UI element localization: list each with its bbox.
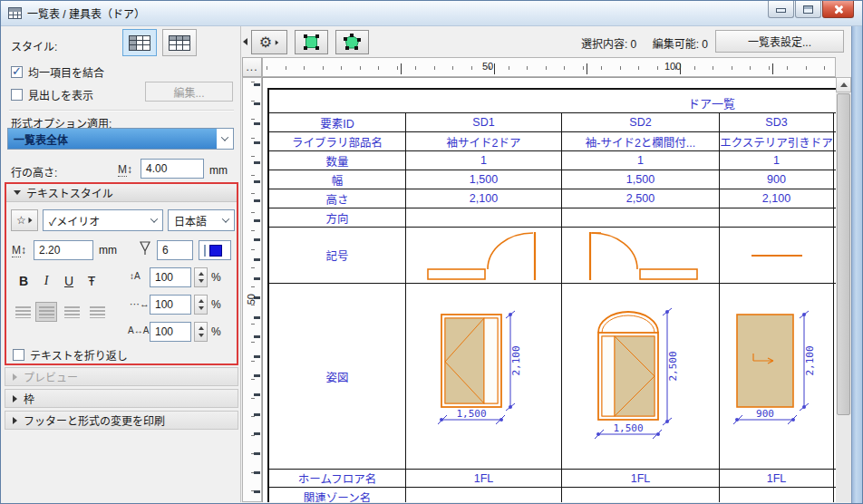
value-cell[interactable]: 1,500 [406,170,562,189]
select-area-button[interactable] [295,30,328,54]
scroll-up-button[interactable] [836,77,851,92]
value-cell[interactable]: 1FL [720,470,834,488]
width-factor-input[interactable]: 100 [150,295,191,315]
editable-label: 編集可能: [653,38,699,51]
row-label-cell[interactable]: 方向 [269,208,406,228]
row-label-cell[interactable]: 高さ [269,189,406,208]
horizontal-ruler[interactable]: 50 100 [262,57,836,77]
value-cell[interactable]: 1FL [406,470,562,488]
favorites-button[interactable]: ☆ [11,209,38,231]
width-factor-stepper[interactable] [194,295,208,315]
row-label-cell[interactable]: 幅 [269,170,406,189]
align-right-button[interactable] [61,302,82,322]
align-justify-button[interactable] [86,302,108,322]
minimize-button[interactable] [768,1,794,18]
value-cell[interactable] [406,208,562,228]
row-label-cell[interactable]: ライブラリ部品名 [269,132,406,151]
edit-button[interactable]: 編集... [145,82,233,102]
value-cell[interactable]: 袖サイド2ドア [406,132,562,151]
value-cell[interactable]: 2,500 [562,189,720,208]
language-dropdown[interactable]: 日本語 [168,209,235,231]
value-cell[interactable]: SD3 [720,113,834,132]
select-polygon-button[interactable] [335,30,369,54]
chevron-up-icon [840,82,848,87]
checkbox-unchecked-icon [11,89,23,101]
bold-button[interactable]: B [14,271,34,291]
strikethrough-button[interactable]: Ŧ [82,271,102,291]
row-height-value: 4.00 [146,162,167,175]
vertical-ruler[interactable]: 50 [242,77,262,502]
elevation-cell-sd2[interactable]: 2,500 1,500 [562,284,720,470]
value-cell[interactable]: SD1 [406,113,562,132]
titlebar[interactable]: 一覧表 / 建具表（ドア） [1,1,862,26]
symbol-cell-sd1[interactable] [406,228,562,284]
vertical-scrollbar[interactable] [836,77,851,502]
table-row-home-story: ホームフロア名 1FL 1FL 1FL [269,470,836,488]
elevation-cell-sd3[interactable]: 2,100 900 [720,284,834,470]
elevation-cell-sd1[interactable]: 2,100 1,500 [406,284,562,470]
width-factor-icon: ⋯↔ [130,298,150,310]
row-label-cell[interactable]: 要素ID [269,113,406,132]
value-cell[interactable]: 1,500 [562,170,720,189]
value-cell[interactable] [406,488,562,502]
symbol-cell-sd3[interactable] [720,228,834,284]
align-justify-icon [90,306,105,318]
format-option-dropdown[interactable]: 一覧表全体 [7,128,234,150]
schedule-settings-button[interactable]: 一覧表設定... [715,30,844,53]
style-merged-button[interactable] [122,29,157,56]
row-label-cell[interactable]: ホームフロア名 [269,470,406,488]
maximize-button[interactable] [795,1,821,18]
value-cell[interactable]: 900 [720,170,834,189]
merge-items-checkbox[interactable]: 均一項目を結合 [11,64,104,80]
value-cell[interactable] [562,208,720,228]
value-cell[interactable]: エクステリア引きドア [720,132,834,151]
style-header-button[interactable] [162,29,197,56]
row-height-input[interactable]: 4.00 [141,159,204,179]
value-cell[interactable]: SD2 [562,113,720,132]
pen-color-button[interactable] [199,240,231,260]
align-center-button[interactable] [35,302,57,322]
row-handle-marks[interactable] [254,83,260,501]
schedule-canvas[interactable]: ドア一覧 要素ID SD1 SD2 SD3 ライブラリ部品名 袖サイド2ドア 袖… [262,77,836,502]
align-left-button[interactable] [12,302,34,322]
line-spacing-input[interactable]: 100 [150,267,191,287]
underline-button[interactable]: U [59,271,79,291]
value-cell[interactable]: 1 [406,151,562,170]
section-frame[interactable]: 枠 [5,389,238,408]
char-spacing-input[interactable]: 100 [150,322,191,342]
symbol-cell-sd2[interactable] [562,228,720,284]
value-cell[interactable] [720,208,834,228]
value-cell[interactable]: 袖-サイド2と欄間付... [562,132,720,151]
char-spacing-stepper[interactable] [194,322,208,342]
value-cell[interactable]: 2,100 [720,189,834,208]
line-spacing-icon: ↕A [130,271,141,281]
font-dropdown[interactable]: ✓メイリオ [43,209,163,231]
ruler-options-button[interactable]: ... [242,57,262,77]
section-preview[interactable]: プレビュー [5,367,238,386]
table-title-row[interactable]: ドア一覧 [269,90,836,113]
row-label-cell[interactable]: 姿図 [269,284,406,470]
italic-button[interactable]: I [36,271,56,291]
collapse-panel-icon[interactable] [243,38,247,45]
row-label-cell[interactable]: 記号 [269,228,406,284]
section-footer-print[interactable]: フッターと形式の変更を印刷 [5,411,238,430]
value-cell[interactable]: 1 [720,151,834,170]
wrap-text-checkbox[interactable]: テキストを折り返し [13,347,128,363]
row-label-cell[interactable]: 数量 [269,151,406,170]
percent-label: % [211,271,221,284]
show-headline-checkbox[interactable]: 見出しを表示 [11,87,93,102]
text-style-section-header[interactable]: テキストスタイル [6,184,237,202]
settings-gear-button[interactable]: ⚙ [251,30,287,54]
value-cell[interactable]: 2,100 [406,189,562,208]
chevron-down-icon [146,210,162,230]
close-button[interactable] [822,1,854,18]
value-cell[interactable] [720,488,834,502]
font-size-input[interactable]: 2.20 [34,240,93,260]
scrollbar-thumb[interactable] [837,93,850,415]
row-label-cell[interactable]: 関連ゾーン名 [269,488,406,502]
line-spacing-stepper[interactable] [194,267,208,287]
value-cell[interactable] [562,488,720,502]
value-cell[interactable]: 1 [562,151,720,170]
value-cell[interactable]: 1FL [562,470,720,488]
pen-number-input[interactable]: 6 [157,240,193,260]
